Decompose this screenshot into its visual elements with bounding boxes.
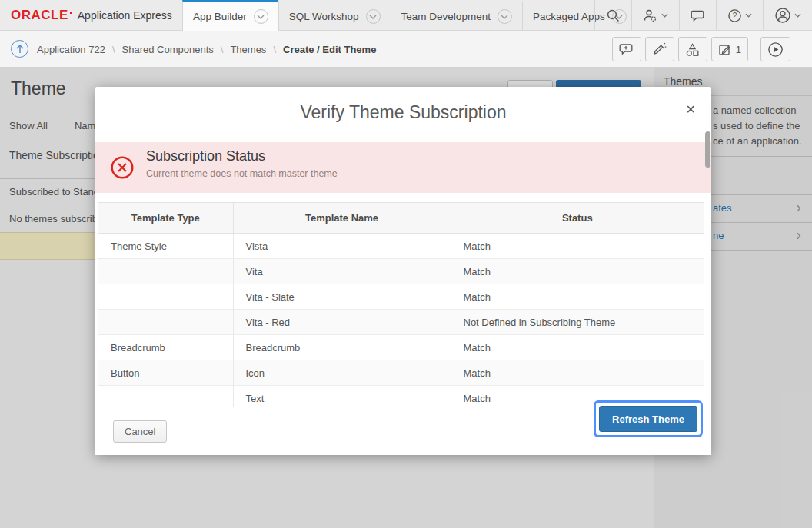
cell-template-type: Theme Style [98, 234, 233, 259]
cell-template-name: Vita [233, 259, 451, 284]
page-toolbar: 1 [608, 37, 790, 61]
breadcrumb-bar: Application 722 \ Shared Components \ Th… [0, 31, 812, 68]
cell-template-name: Vista [233, 234, 451, 259]
feedback-add-button[interactable] [612, 37, 641, 61]
cell-template-type: Breadcrumb [98, 335, 233, 360]
dialog-title: Verify Theme Subscription [95, 87, 711, 138]
cell-status: Match [451, 234, 704, 259]
col-header-template-type: Template Type [98, 203, 233, 234]
dialog-header: Verify Theme Subscription ✕ [95, 87, 711, 142]
breadcrumb-item-themes[interactable]: Themes [230, 44, 266, 55]
cell-status: Match [451, 360, 704, 386]
account-menu-icon[interactable] [763, 0, 812, 31]
template-status-table: Template Type Template Name Status Theme… [98, 202, 704, 411]
product-name: Application Express [78, 9, 172, 22]
table-row: Vita - Slate Match [98, 284, 704, 310]
svg-text:?: ? [733, 12, 737, 20]
edit-page-button[interactable]: 1 [711, 37, 748, 61]
shared-components-shapes-button[interactable] [678, 37, 707, 61]
col-header-status: Status [451, 203, 704, 234]
feedback-icon[interactable] [679, 0, 716, 31]
breadcrumb-separator: \ [221, 44, 224, 55]
col-header-template-name: Template Name [233, 203, 451, 234]
breadcrumb-item-shared-components[interactable]: Shared Components [122, 44, 214, 55]
cell-status: Match [451, 335, 704, 360]
theme-roller-flashlight-button[interactable] [645, 37, 674, 61]
cell-template-name: Breadcrumb [233, 335, 451, 360]
nav-icon-group: ? [594, 0, 812, 31]
up-level-icon[interactable] [11, 40, 28, 58]
tab-label: Team Development [401, 11, 491, 22]
cell-template-name: Icon [233, 360, 451, 386]
cell-template-name: Vita - Slate [233, 284, 451, 310]
cell-template-name: Vita - Red [233, 310, 451, 335]
close-icon[interactable]: ✕ [686, 104, 696, 116]
breadcrumb: Application 722 \ Shared Components \ Th… [37, 31, 376, 68]
subscription-status-alert: Subscription Status Current theme does n… [95, 142, 711, 193]
admin-menu-icon[interactable] [631, 0, 679, 31]
dialog-footer: Cancel Refresh Theme [95, 407, 711, 455]
cell-template-type [98, 284, 233, 310]
breadcrumb-item-application[interactable]: Application 722 [37, 44, 105, 55]
oracle-logo: ORACLE [11, 8, 68, 23]
tab-app-builder[interactable]: App Builder [182, 0, 278, 31]
verify-theme-subscription-dialog: Verify Theme Subscription ✕ Subscription… [95, 87, 711, 455]
chevron-down-icon [498, 9, 512, 24]
cell-status: Match [451, 259, 704, 284]
modal-scrollbar-thumb[interactable] [705, 131, 710, 168]
breadcrumb-item-current: Create / Edit Theme [283, 44, 376, 55]
alert-title: Subscription Status [146, 148, 265, 164]
breadcrumb-separator: \ [273, 44, 276, 55]
cell-template-type [98, 310, 233, 335]
table-row: Theme Style Vista Match [98, 234, 704, 259]
tab-label: SQL Workshop [289, 11, 359, 22]
help-menu-icon[interactable]: ? [716, 0, 763, 31]
edit-page-number: 1 [736, 44, 741, 55]
table-header-row: Template Type Template Name Status [98, 203, 704, 234]
run-application-button[interactable] [760, 37, 790, 61]
nav-tabs: App Builder SQL Workshop Team Developmen… [182, 0, 637, 31]
table-row: Breadcrumb Breadcrumb Match [98, 335, 704, 360]
chevron-down-icon [366, 9, 381, 24]
tab-sql-workshop[interactable]: SQL Workshop [278, 0, 391, 31]
breadcrumb-separator: \ [112, 44, 115, 55]
table-row: Vita - Red Not Defined in Subscribing Th… [98, 310, 704, 335]
tab-team-development[interactable]: Team Development [391, 0, 522, 31]
refresh-theme-button[interactable]: Refresh Theme [599, 406, 697, 432]
alert-message: Current theme does not match master them… [146, 168, 338, 179]
table-row: Button Icon Match [98, 360, 704, 386]
top-nav-bar: ORACLE Application Express App Builder S… [0, 0, 812, 31]
cell-status: Not Defined in Subscribing Theme [451, 310, 704, 335]
cell-template-type [98, 259, 233, 284]
cell-status: Match [451, 284, 704, 310]
trademark-mark [70, 12, 72, 14]
error-circle-icon [110, 155, 135, 180]
table-row: Vita Match [98, 259, 704, 284]
cancel-button[interactable]: Cancel [113, 420, 167, 443]
search-icon[interactable] [594, 0, 631, 31]
cell-template-type: Button [98, 360, 233, 386]
focus-ring: Refresh Theme [594, 400, 703, 437]
chevron-down-icon [254, 9, 268, 24]
tab-label: App Builder [193, 11, 247, 22]
brand: ORACLE Application Express [11, 0, 172, 31]
